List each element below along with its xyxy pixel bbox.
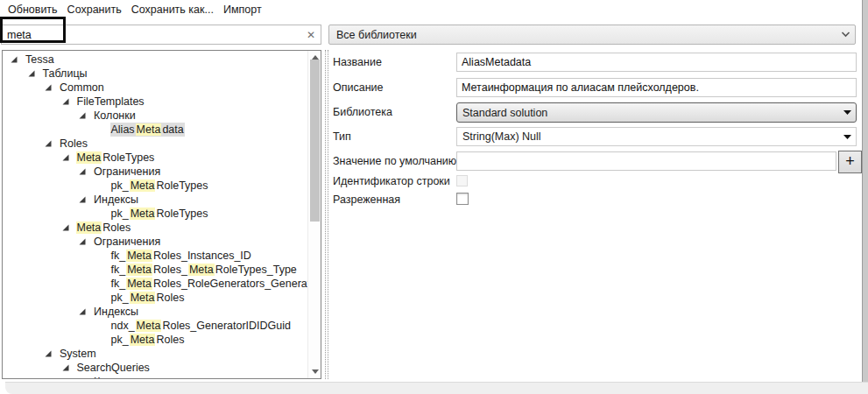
tree-item-label: AliasMetadata xyxy=(110,123,185,137)
tree-item[interactable]: Roles xyxy=(3,137,307,151)
name-value: AliasMetadata xyxy=(462,56,531,68)
dropdown-arrow-icon xyxy=(838,135,856,139)
tree-expander-icon[interactable] xyxy=(79,308,93,315)
tree-item-label: Tessa xyxy=(25,53,55,67)
tree-expander-icon[interactable] xyxy=(79,378,93,379)
tree-expander-icon[interactable] xyxy=(62,154,76,161)
library-filter-dropdown[interactable]: Все библиотеки xyxy=(328,25,856,45)
tree-expander-icon[interactable] xyxy=(79,168,93,175)
menu-item[interactable]: Обновить xyxy=(6,3,60,17)
scroll-down-icon[interactable] xyxy=(308,365,321,378)
tree-item-label: SearchQueries xyxy=(76,361,151,375)
tree-item-label: Roles xyxy=(59,137,88,151)
type-label: Тип xyxy=(333,130,351,143)
tree-expander-icon[interactable] xyxy=(79,196,93,203)
tree-item-label: Ограничения xyxy=(93,165,161,179)
panel-splitter[interactable] xyxy=(325,50,328,379)
tree-item[interactable]: fk_MetaRoles_Instances_ID xyxy=(3,249,307,263)
tree-expander-icon[interactable] xyxy=(28,70,42,77)
tree-item[interactable]: MetaRoles xyxy=(3,221,307,235)
tree-item-label: Индексы xyxy=(93,305,139,319)
window-bottom-bar xyxy=(5,382,868,394)
tree-item-label: Колонки xyxy=(93,109,137,123)
tree-item-label: pk_MetaRoleTypes xyxy=(110,179,209,193)
tree-item-label: fk_MetaRoles_Instances_ID xyxy=(110,249,252,263)
menu-item[interactable]: Импорт xyxy=(222,3,264,17)
tree-item-label: Таблицы xyxy=(42,67,88,81)
tree-item-label: MetaRoles xyxy=(76,221,132,235)
search-input[interactable] xyxy=(2,29,301,41)
tree-item[interactable]: Tessa xyxy=(3,53,307,67)
description-value: Метаинформация по алиасам плейсхолдеров. xyxy=(462,81,699,94)
tree-item[interactable]: Ограничения xyxy=(3,235,307,249)
tree-item[interactable]: Common xyxy=(3,81,307,95)
description-field[interactable]: Метаинформация по алиасам плейсхолдеров. xyxy=(456,78,857,97)
schema-tree: TessaТаблицыCommonFileTemplatesКолонкиAl… xyxy=(2,50,321,379)
row-id-checkbox[interactable] xyxy=(456,175,468,186)
tree-item[interactable]: MetaRoleTypes xyxy=(3,151,307,165)
chevron-down-icon xyxy=(836,32,855,38)
tree-expander-icon[interactable] xyxy=(45,350,59,357)
tree-item[interactable]: AliasMetadata xyxy=(3,123,307,137)
tree-item-label: MetaRoleTypes xyxy=(76,151,156,165)
tree-expander-icon[interactable] xyxy=(45,140,59,147)
type-value: String(Max) Null xyxy=(457,130,838,143)
tree-item-label: Common xyxy=(59,81,105,95)
tree-item-label: Индексы xyxy=(93,193,139,207)
tree-item[interactable]: System xyxy=(3,347,307,361)
type-dropdown[interactable]: String(Max) Null xyxy=(456,127,857,146)
tree-item-label: ndx_MetaRoles_GeneratorIDIDGuid xyxy=(110,319,293,333)
sparse-label: Разреженная xyxy=(333,193,400,206)
search-box: ✕ xyxy=(1,25,321,45)
tree-item-label: FileTemplates xyxy=(76,95,145,109)
tree-item[interactable]: SearchQueries xyxy=(3,361,307,375)
dropdown-arrow-icon xyxy=(838,110,856,115)
tree-item[interactable]: Индексы xyxy=(3,305,307,319)
default-value-label: Значение по умолчанию xyxy=(333,155,456,167)
library-filter-value: Все библиотеки xyxy=(329,29,836,41)
tree-item-label: fk_MetaRoles_MetaRoleTypes_Type xyxy=(110,263,298,277)
menu-item[interactable]: Сохранить как... xyxy=(130,3,215,17)
default-value-field[interactable] xyxy=(456,151,836,171)
tree-expander-icon[interactable] xyxy=(11,56,25,63)
tree-item-label: Ограничения xyxy=(93,235,161,249)
tree-item-label: pk_MetaRoles xyxy=(110,333,186,347)
library-value: Standard solution xyxy=(457,107,838,119)
tree-expander-icon[interactable] xyxy=(79,238,93,245)
tree-expander-icon[interactable] xyxy=(62,224,76,231)
tree-item[interactable]: Ограничения xyxy=(3,165,307,179)
tree-expander-icon[interactable] xyxy=(79,112,93,119)
tree-item[interactable]: Таблицы xyxy=(3,67,307,81)
tree-expander-icon[interactable] xyxy=(62,98,76,105)
tree-item[interactable]: fk_MetaRoles_MetaRoleTypes_Type xyxy=(3,263,307,277)
tree-item[interactable]: fk_MetaRoles_RoleGenerators_Generator xyxy=(3,277,307,291)
tree-item[interactable]: Колонки xyxy=(3,109,307,123)
name-field[interactable]: AliasMetadata xyxy=(456,53,857,72)
tree-item[interactable]: pk_MetaRoles xyxy=(3,291,307,305)
tree-item[interactable]: Индексы xyxy=(3,193,307,207)
description-label: Описание xyxy=(333,81,384,94)
tree-expander-icon[interactable] xyxy=(62,364,76,371)
tree-item[interactable]: FileTemplates xyxy=(3,95,307,109)
tree-item-label: fk_MetaRoles_RoleGenerators_Generator xyxy=(110,277,321,291)
tree-scrollbar[interactable] xyxy=(307,51,321,378)
tree-item[interactable]: pk_MetaRoleTypes xyxy=(3,207,307,221)
tree-item[interactable]: Колонки xyxy=(3,375,307,379)
tree-item[interactable]: ndx_MetaRoles_GeneratorIDIDGuid xyxy=(3,319,307,333)
scrollbar-thumb[interactable] xyxy=(310,60,320,222)
library-dropdown[interactable]: Standard solution xyxy=(456,102,857,123)
row-id-label: Идентификатор строки xyxy=(333,175,450,187)
tree-item-label: System xyxy=(59,347,97,361)
tree-rows: TessaТаблицыCommonFileTemplatesКолонкиAl… xyxy=(3,53,307,379)
tree-item-label: Колонки xyxy=(93,375,137,379)
menu-bar: ОбновитьСохранитьСохранить как...Импорт xyxy=(6,2,264,18)
tree-expander-icon[interactable] xyxy=(45,84,59,91)
clear-search-icon[interactable]: ✕ xyxy=(301,29,321,41)
tree-item[interactable]: pk_MetaRoleTypes xyxy=(3,179,307,193)
add-default-value-button[interactable]: + xyxy=(838,151,862,173)
menu-item[interactable]: Сохранить xyxy=(66,3,123,17)
sparse-checkbox[interactable] xyxy=(456,193,469,205)
app-window: ОбновитьСохранитьСохранить как...Импорт … xyxy=(0,0,868,394)
tree-item[interactable]: pk_MetaRoles xyxy=(3,333,307,347)
window-right-border xyxy=(862,0,868,383)
